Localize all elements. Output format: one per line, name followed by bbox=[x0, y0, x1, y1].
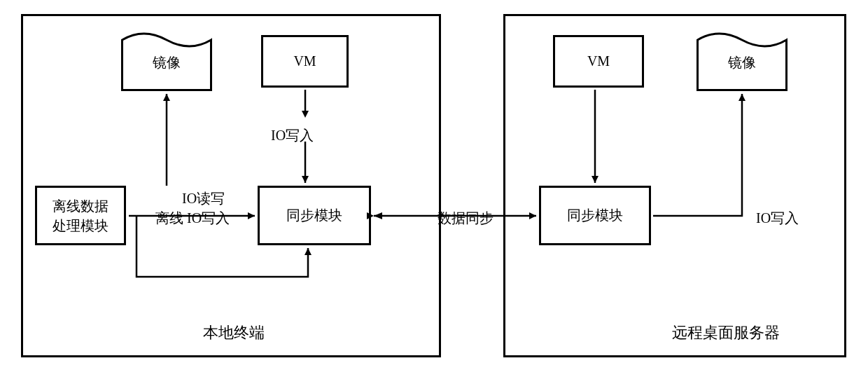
local-mirror: 镜像 bbox=[121, 32, 212, 91]
remote-sync-module-label: 同步模块 bbox=[567, 206, 623, 225]
remote-server-title: 远程桌面服务器 bbox=[672, 322, 780, 343]
offline-data-module: 离线数据 处理模块 bbox=[35, 186, 126, 245]
left-io-write-label: IO写入 bbox=[271, 126, 314, 145]
remote-sync-module: 同步模块 bbox=[539, 186, 651, 245]
remote-vm: VM bbox=[553, 35, 644, 88]
local-vm: VM bbox=[261, 35, 349, 88]
local-mirror-label: 镜像 bbox=[153, 53, 181, 72]
offline-io-write-label: 离线 IO写入 bbox=[155, 209, 230, 228]
local-vm-label: VM bbox=[293, 53, 316, 69]
local-sync-module: 同步模块 bbox=[258, 186, 371, 245]
remote-mirror: 镜像 bbox=[696, 32, 788, 91]
io-rw-label: IO读写 bbox=[182, 189, 225, 208]
right-io-write-label: IO写入 bbox=[756, 209, 799, 228]
local-sync-module-label: 同步模块 bbox=[286, 206, 342, 225]
offline-data-module-label: 离线数据 处理模块 bbox=[52, 196, 108, 235]
remote-vm-label: VM bbox=[587, 53, 610, 69]
remote-mirror-label: 镜像 bbox=[728, 53, 756, 72]
local-terminal-title: 本地终端 bbox=[203, 322, 265, 343]
data-sync-label: 数据同步 bbox=[438, 209, 493, 228]
